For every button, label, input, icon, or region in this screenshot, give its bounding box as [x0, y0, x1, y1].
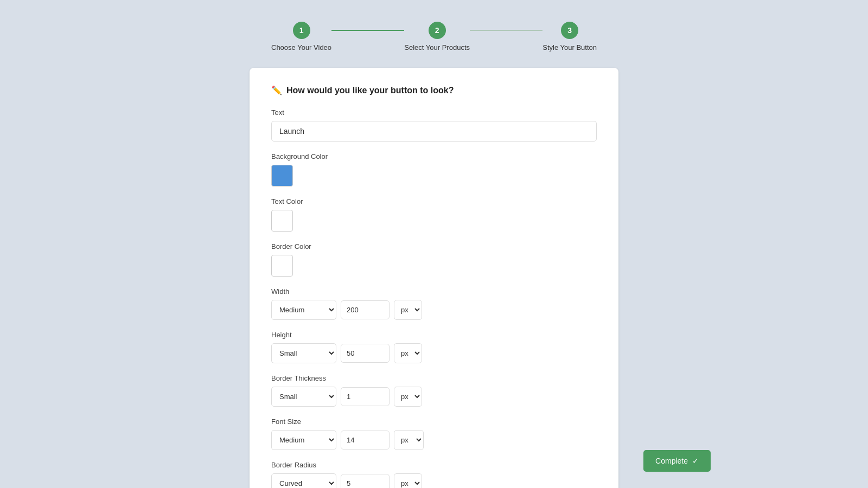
border-thickness-group: Border Thickness Small Medium Large px % [271, 374, 597, 407]
width-group: Width Small Medium Large Full Width px % [271, 287, 597, 320]
background-color-group: Background Color [271, 152, 597, 187]
step-2-label: Select Your Products [404, 43, 470, 52]
font-size-row: Small Medium Large px em [271, 430, 597, 450]
font-size-number-input[interactable] [341, 431, 390, 450]
step-1-circle: 1 [293, 22, 310, 39]
background-color-label: Background Color [271, 152, 597, 160]
border-thickness-row: Small Medium Large px % [271, 387, 597, 407]
width-unit-select[interactable]: px % [394, 300, 422, 320]
step-2-circle: 2 [429, 22, 446, 39]
step-2: 2 Select Your Products [404, 22, 470, 52]
main-card: ✏️ How would you like your button to loo… [250, 68, 618, 488]
width-number-input[interactable] [341, 300, 390, 319]
height-select[interactable]: Small Medium Large [271, 343, 336, 363]
complete-button[interactable]: Complete ✓ [643, 450, 711, 472]
height-row: Small Medium Large px % [271, 343, 597, 363]
text-label: Text [271, 108, 597, 117]
text-color-swatch[interactable] [271, 210, 293, 232]
height-label: Height [271, 331, 597, 339]
border-thickness-unit-select[interactable]: px % [394, 387, 422, 407]
step-3-label: Style Your Button [542, 43, 597, 52]
font-size-group: Font Size Small Medium Large px em [271, 418, 597, 450]
text-field-group: Text [271, 108, 597, 142]
height-unit-select[interactable]: px % [394, 343, 422, 363]
border-thickness-number-input[interactable] [341, 387, 390, 406]
card-title-text: How would you like your button to look? [286, 86, 454, 95]
step-connector-1 [331, 30, 404, 31]
font-size-label: Font Size [271, 418, 597, 426]
border-radius-label: Border Radius [271, 461, 597, 469]
page-wrapper: 1 Choose Your Video 2 Select Your Produc… [0, 11, 868, 488]
border-color-group: Border Color [271, 242, 597, 277]
step-3: 3 Style Your Button [542, 22, 597, 52]
step-1-label: Choose Your Video [271, 43, 331, 52]
border-thickness-label: Border Thickness [271, 374, 597, 382]
font-size-unit-select[interactable]: px em [394, 430, 424, 450]
border-radius-select[interactable]: Square Rounded Curved Pill [271, 473, 336, 488]
border-color-swatch[interactable] [271, 255, 293, 277]
border-thickness-select[interactable]: Small Medium Large [271, 387, 336, 407]
pencil-icon: ✏️ [271, 85, 282, 95]
stepper: 1 Choose Your Video 2 Select Your Produc… [271, 22, 597, 52]
width-row: Small Medium Large Full Width px % [271, 300, 597, 320]
border-radius-group: Border Radius Square Rounded Curved Pill… [271, 461, 597, 488]
border-color-label: Border Color [271, 242, 597, 251]
font-size-select[interactable]: Small Medium Large [271, 430, 336, 450]
height-group: Height Small Medium Large px % [271, 331, 597, 363]
border-radius-unit-select[interactable]: px % [394, 473, 422, 488]
step-connector-2 [470, 30, 542, 31]
background-color-swatch[interactable] [271, 165, 293, 187]
step-1: 1 Choose Your Video [271, 22, 331, 52]
width-label: Width [271, 287, 597, 296]
height-number-input[interactable] [341, 344, 390, 363]
border-radius-number-input[interactable] [341, 474, 390, 488]
border-radius-row: Square Rounded Curved Pill px % [271, 473, 597, 488]
complete-btn-wrapper: Complete ✓ [643, 450, 711, 472]
step-3-circle: 3 [561, 22, 578, 39]
check-icon: ✓ [692, 457, 699, 465]
card-title: ✏️ How would you like your button to loo… [271, 85, 597, 95]
complete-button-label: Complete [655, 457, 688, 465]
text-color-group: Text Color [271, 197, 597, 232]
text-input[interactable] [271, 121, 597, 142]
width-select[interactable]: Small Medium Large Full Width [271, 300, 336, 320]
text-color-label: Text Color [271, 197, 597, 206]
